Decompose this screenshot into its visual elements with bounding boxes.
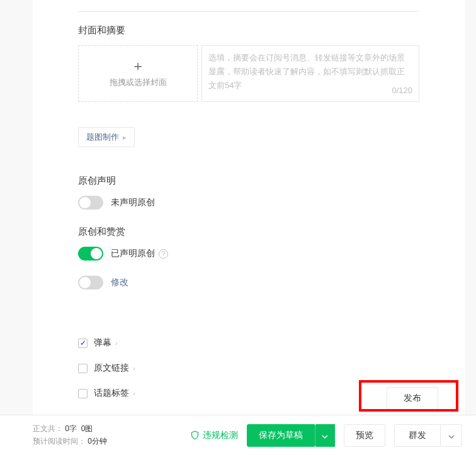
modify-toggle[interactable]	[78, 276, 103, 289]
help-icon[interactable]: ?	[159, 249, 168, 259]
section-title-original: 原创声明	[78, 175, 419, 187]
cover-summary-row: ＋ 拖拽或选择封面 选填，摘要会在订阅号消息、转发链接等文章外的场景显露，帮助读…	[78, 45, 419, 102]
topic-tag-label: 话题标签	[94, 388, 129, 399]
source-link-option[interactable]: 原文链接 ›	[78, 362, 419, 374]
mass-send-group: 群发	[394, 424, 462, 447]
checkbox-icon	[78, 389, 88, 398]
stats-prefix: 正文共：	[33, 424, 63, 433]
mass-send-dropdown[interactable]	[441, 424, 462, 447]
chevron-right-icon: ›	[133, 390, 135, 397]
summary-char-count: 0/120	[392, 84, 412, 98]
preview-button[interactable]: 预览	[344, 424, 385, 447]
save-draft-dropdown[interactable]	[315, 424, 335, 447]
original-toggle-label: 未声明原创	[111, 197, 155, 208]
cover-drop-hint: 拖拽或选择封面	[110, 77, 167, 88]
section-title-reward: 原创和赞赏	[78, 226, 419, 238]
summary-placeholder: 选填，摘要会在订阅号消息、转发链接等文章外的场景显露，帮助读者快速了解内容，如不…	[208, 53, 405, 90]
reward-toggle[interactable]	[78, 247, 103, 261]
summary-textarea[interactable]: 选填，摘要会在订阅号消息、转发链接等文章外的场景显露，帮助读者快速了解内容，如不…	[201, 45, 419, 102]
danmu-option[interactable]: 弹幕 ›	[78, 337, 419, 349]
plus-icon: ＋	[131, 59, 145, 73]
section-title-cover: 封面和摘要	[78, 25, 419, 37]
footer-actions: 违规检测 保存为草稿 预览 群发	[190, 424, 462, 447]
original-toggle-row: 未声明原创	[78, 196, 419, 210]
checkbox-icon	[78, 364, 88, 373]
page-root: 封面和摘要 ＋ 拖拽或选择封面 选填，摘要会在订阅号消息、转发链接等文章外的场景…	[0, 0, 476, 455]
cover-maker-button[interactable]: 题图制作 ▸	[78, 127, 135, 147]
cover-maker-label: 题图制作	[86, 132, 119, 143]
mass-send-button[interactable]: 群发	[394, 424, 441, 447]
original-section: 原创声明 未声明原创	[78, 175, 419, 210]
save-draft-group: 保存为草稿	[247, 424, 335, 447]
chevron-right-icon: ›	[115, 339, 118, 347]
modify-link[interactable]: 修改	[111, 277, 128, 288]
divider	[78, 11, 419, 12]
word-count: 0字	[65, 424, 77, 433]
stats-block: 正文共： 0字 0图 预计阅读时间： 0分钟	[33, 423, 107, 447]
save-draft-button[interactable]: 保存为草稿	[247, 424, 315, 447]
danmu-label: 弹幕	[94, 337, 111, 349]
original-toggle[interactable]	[78, 196, 103, 210]
read-time-prefix: 预计阅读时间：	[33, 437, 86, 446]
source-link-label: 原文链接	[94, 362, 129, 374]
reward-toggle-row: 已声明原创 ?	[78, 247, 419, 261]
checkbox-checked-icon	[78, 339, 88, 348]
publish-button-wrap: 发布	[387, 387, 438, 410]
main-panel: 封面和摘要 ＋ 拖拽或选择封面 选填，摘要会在订阅号消息、转发链接等文章外的场景…	[33, 0, 465, 415]
violation-check-button[interactable]: 违规检测	[190, 430, 238, 441]
violation-check-label: 违规检测	[203, 430, 238, 441]
chevron-down-icon	[322, 435, 328, 439]
chevron-right-icon: ›	[133, 364, 135, 372]
image-count: 0图	[81, 424, 93, 433]
chevron-right-icon: ▸	[123, 133, 127, 142]
modify-toggle-row: 修改	[78, 276, 419, 289]
chevron-down-icon	[448, 435, 455, 439]
topic-tag-option[interactable]: 话题标签 ›	[78, 388, 419, 399]
reward-section: 原创和赞赏 已声明原创 ? 修改	[78, 226, 419, 289]
read-time: 0分钟	[88, 437, 107, 446]
footer-bar: 正文共： 0字 0图 预计阅读时间： 0分钟 违规检测 保存为草稿 预览	[0, 415, 476, 455]
publish-button[interactable]: 发布	[387, 387, 438, 410]
shield-icon	[190, 430, 200, 441]
cover-maker-row: 题图制作 ▸	[78, 127, 419, 147]
reward-toggle-label: 已声明原创	[111, 248, 155, 259]
cover-dropzone[interactable]: ＋ 拖拽或选择封面	[78, 45, 198, 102]
